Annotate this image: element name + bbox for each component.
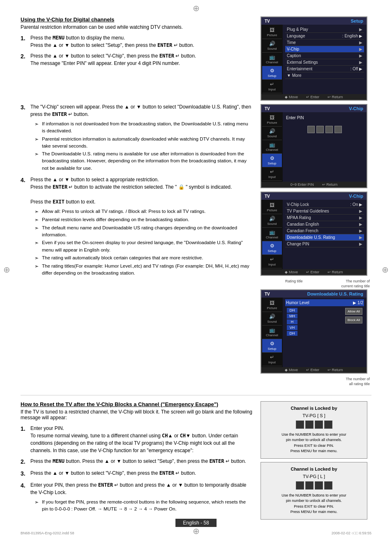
s2-step-4-content: Enter your PIN, then press the ENTER ↵ b… [30,481,252,514]
bullet-4-3: ➣ The default menu name and Downloadable… [35,224,252,239]
dl-sidebar-sound: 🔊 Sound [262,312,282,326]
vm-input-icon: ↵ [270,256,274,262]
vm-sidebar-setup: ⚙ Setup [262,241,282,255]
pin-box-2 [316,126,324,133]
dl-humor-label: Humor Level [286,300,309,305]
step-3-bullets: ➣ If information is not downloaded from … [30,120,252,172]
enter-pin-label: Enter PIN [285,114,364,122]
s2-step-4-bullets: ➣ If you forget the PIN, press the remot… [30,499,252,513]
dl-channel-icon: 📺 [269,327,275,333]
rating-labels-row: Rating title The number ofcurrent rating… [261,279,371,289]
vchip-menu-title: V-Chip [349,194,363,199]
vm-channel-icon: 📺 [269,229,275,235]
vchip-menu-sidebar: 🖼 Picture 🔊 Sound 📺 Channel ⚙ [261,200,283,269]
step-4-num: 4. [21,176,28,278]
s2-step-3: 3. Press the ▲ or ▼ button to select "V-… [21,469,252,478]
code-h: H [287,319,297,324]
dl-tv-label: TV [265,292,270,296]
menu-plug-play: Plug & Play▶ [285,26,364,33]
sidebar-setup: ⚙ Setup [262,66,282,80]
cl2-rating: TV-PG [ L ] [266,474,362,479]
picture-icon: 🖼 [270,27,274,33]
cl2-box-1 [296,481,304,490]
cl1-box-1 [296,420,304,429]
allow-all-btn[interactable]: Allow All [345,308,362,315]
arrow-icon-7: ➣ [35,239,40,254]
code-dh: DH [287,308,297,313]
vchip-menu-screen: TV V-Chip 🖼 Picture 🔊 Sound [261,192,367,276]
sound-icon: 🔊 [269,41,275,46]
step-2: 2. Press the ▲ or ▼ button to select "V-… [21,52,252,67]
step-3-content: The "V-Chip" screen will appear. Press t… [30,103,252,173]
arrow-icon-2: ➣ [35,136,40,150]
vm-downloadable: Downloadable U.S. Rating▶ [285,234,364,241]
arrow-icon-3: ➣ [35,150,40,172]
cl2-box-4 [324,481,332,490]
s2-step-4: 4. Enter your PIN, then press the ENTER … [21,481,252,514]
setup-screen-header: TV Setup [261,17,367,25]
crosshair-left: ⊕ [3,265,10,275]
cl1-boxes [266,420,362,429]
setup-icon: ⚙ [270,68,274,74]
vchip-menu-items: V-Chip Lock: On ▶ TV Parental Guidelines… [283,200,367,269]
bullet-3-1: ➣ If information is not downloaded from … [35,120,252,135]
setup-tv-label: TV [265,19,270,23]
vm-setup-icon: ⚙ [270,243,274,249]
arrow-icon-4: ➣ [35,208,40,215]
page-footer: English - 58 [0,519,392,527]
vchip-pin-header: TV V-Chip [261,105,367,112]
vm-sidebar-sound: 🔊 Sound [262,214,282,228]
cl1-rating: TV-PG [ S ] [266,413,362,418]
downloadable-screen: TV Downloadable U.S. Rating 🖼 Picture 🔊 … [261,289,367,374]
vchip-menu-tv-label: TV [265,194,270,199]
dl-sidebar: 🖼 Picture 🔊 Sound 📺 Channel ⚙ [261,298,283,367]
channel-locked-1: Channel is Locked by TV-PG [ S ] Use the… [261,401,367,459]
s2-step-4-num: 4. [21,481,28,514]
pin-sidebar-picture: 🖼 Picture [262,113,282,127]
cl1-box-4 [324,420,332,429]
vm-canadian-french: Canadian French▶ [285,228,364,234]
sidebar-channel: 📺 Channel [262,53,282,66]
dl-sidebar-picture: 🖼 Picture [262,298,282,312]
block-all-btn[interactable]: Block All [345,317,362,323]
vchip-pin-menu: Enter PIN [283,112,367,182]
vm-mpaa: MPAA Rating▶ [285,215,364,221]
cl1-box-3 [315,420,323,429]
code-vh: VH [287,325,297,330]
vm-sound-icon: 🔊 [269,216,275,222]
step-3-num: 3. [21,103,28,173]
vchip-menu-body: 🖼 Picture 🔊 Sound 📺 Channel ⚙ [261,200,367,269]
dl-humor-row: Humor Level ▶ 1/2 [285,299,364,306]
sidebar-input: ↵ Input [262,80,282,93]
arrow-icon-s2: ➣ [35,499,40,513]
code-mh: MH [287,314,297,319]
s2-step-3-num: 3. [21,469,28,478]
code-dh2: DH [287,331,297,336]
arrow-icon-1: ➣ [35,120,40,135]
dl-sidebar-input: ↵ Input [262,353,282,366]
section2-heading: How to Reset the TV after the V-Chip Blo… [21,401,252,407]
bullet-4-2: ➣ Parental restriction levels differ dep… [35,216,252,224]
all-rating-label: The number ofall rating title [261,377,371,386]
setup-sidebar: 🖼 Picture 🔊 Sound 📺 Channel ⚙ [261,25,283,94]
menu-entertainment: Entertainment: Off ▶ [285,66,364,72]
menu-language: Language: English ▶ [285,33,364,39]
dl-bars-spacer [299,308,344,336]
dl-side-buttons: Allow All Block All [345,308,362,336]
vchip-pin-footer: 0~9 Enter PIN ↩ Return [261,182,367,187]
step-4-content: Press the ▲ or ▼ button to select a appr… [30,176,252,278]
sidebar-picture: 🖼 Picture [262,25,282,39]
section1-left: Using the V-Chip for Digital channels Pa… [21,16,252,387]
vm-sidebar-picture: 🖼 Picture [262,201,282,214]
section2-left: How to Reset the TV after the V-Chip Blo… [21,401,252,523]
cl2-box-2 [305,481,314,490]
dl-rating-codes: DH MH H VH DH [287,308,297,336]
section1-layout: Using the V-Chip for Digital channels Pa… [21,16,371,387]
s2-step-1: 1. Enter your PIN. To resume normal view… [21,425,252,454]
section2-layout: How to Reset the TV after the V-Chip Blo… [21,401,371,523]
dl-menu-title: Downloadable U.S. Rating [307,291,363,296]
page-number: English - 58 [175,519,216,527]
bullet-4-4: ➣ Even if you set the On-screen display … [35,239,252,254]
step-1-content: Press the MENU button to display the men… [30,34,252,49]
crosshair-bottom: ⊕ [193,526,200,536]
